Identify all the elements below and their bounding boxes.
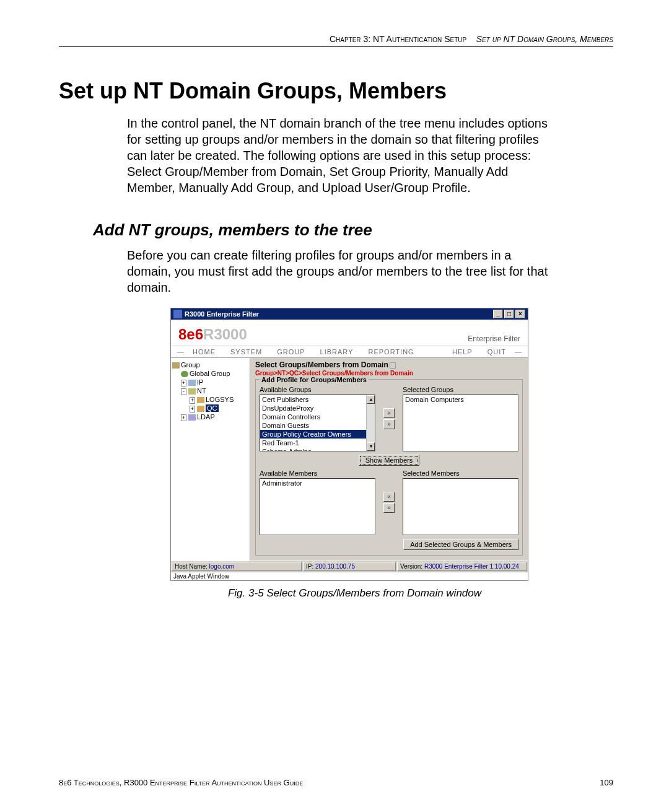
- window-app-icon: [173, 310, 182, 318]
- tree-node-icon: [197, 406, 204, 412]
- add-selected-button[interactable]: Add Selected Groups & Members: [403, 539, 518, 550]
- menu-system[interactable]: SYSTEM: [223, 346, 269, 357]
- list-item[interactable]: DnsUpdateProxy: [260, 404, 375, 413]
- window-maximize-button[interactable]: □: [504, 310, 514, 318]
- move-right-button-2[interactable]: »: [383, 503, 395, 513]
- selected-groups-listbox[interactable]: Domain Computers: [403, 395, 518, 452]
- tree-item-label: NT: [197, 387, 206, 395]
- popout-icon[interactable]: [390, 362, 396, 369]
- menu-library[interactable]: LIBRARY: [313, 346, 361, 357]
- tree-expander-icon[interactable]: +: [190, 397, 195, 404]
- tree-item-label: Global Group: [190, 370, 230, 377]
- section-intro: Before you can create filtering profiles…: [127, 247, 554, 295]
- banner: 8e6R3000 Enterprise Filter: [171, 320, 528, 346]
- status-host-key: Host Name:: [175, 563, 208, 570]
- menu-divider-right: —: [514, 346, 523, 357]
- page-footer: 8e6 Technologies, R3000 Enterprise Filte…: [59, 778, 613, 787]
- move-left-button-2[interactable]: «: [383, 492, 395, 502]
- menu-reporting[interactable]: REPORTING: [361, 346, 421, 357]
- scrollbar[interactable]: ▴ ▾: [366, 395, 375, 451]
- available-members-label: Available Members: [260, 469, 375, 477]
- list-item[interactable]: Group Policy Creator Owners: [260, 430, 375, 439]
- brand-label: Enterprise Filter: [468, 334, 520, 343]
- footer-page-number: 109: [600, 778, 613, 787]
- tree-item[interactable]: +LDAP: [172, 413, 248, 421]
- tree-item[interactable]: +QC: [172, 404, 248, 413]
- tree-expander-icon[interactable]: -: [181, 388, 186, 395]
- window-titlebar: R3000 Enterprise Filter _ □ ×: [171, 308, 528, 320]
- list-item[interactable]: Red Team-1: [260, 439, 375, 447]
- logo-accent: 8e6: [178, 326, 203, 343]
- tree-item[interactable]: -NT: [172, 386, 248, 395]
- window-title: R3000 Enterprise Filter: [185, 310, 492, 318]
- available-groups-listbox[interactable]: Cert PublishersDnsUpdateProxyDomain Cont…: [260, 395, 375, 452]
- scroll-up-icon[interactable]: ▴: [367, 395, 375, 404]
- status-version: Version: R3000 Enterprise Filter 1.10.00…: [397, 562, 527, 571]
- window-minimize-button[interactable]: _: [493, 310, 503, 318]
- panel-title: Select Groups/Members from Domain: [255, 360, 523, 369]
- tree-node-icon: [188, 388, 196, 395]
- screenshot-window: R3000 Enterprise Filter _ □ × 8e6R3000 E…: [170, 308, 528, 581]
- section-subhead: Add NT groups, members to the tree: [93, 220, 613, 240]
- available-groups-label: Available Groups: [260, 386, 375, 393]
- tree-item-label: IP: [197, 378, 203, 386]
- menu-help[interactable]: HELP: [445, 346, 480, 357]
- list-item[interactable]: Domain Guests: [260, 421, 375, 430]
- tree-node-icon: [188, 380, 196, 386]
- list-item[interactable]: Domain Computers: [403, 395, 518, 404]
- logo-rest: R3000: [203, 326, 247, 343]
- status-ip-value: 200.10.100.75: [315, 563, 355, 570]
- menu-quit[interactable]: QUIT: [480, 346, 514, 357]
- figure-caption: Fig. 3-5 Select Groups/Members from Doma…: [96, 587, 613, 600]
- panel-title-text: Select Groups/Members from Domain: [255, 360, 388, 369]
- menu-group[interactable]: GROUP: [269, 346, 312, 357]
- list-item[interactable]: Domain Controllers: [260, 413, 375, 421]
- group-icon: [172, 362, 180, 369]
- tree-root[interactable]: Group: [172, 360, 248, 369]
- tree-item-label: LDAP: [197, 413, 215, 421]
- tree-item[interactable]: +LOGSYS: [172, 395, 248, 404]
- menu-home[interactable]: HOME: [185, 346, 223, 357]
- tree-item-label: QC: [206, 404, 219, 412]
- intro-paragraph: In the control panel, the NT domain bran…: [127, 115, 554, 196]
- tree-expander-icon[interactable]: +: [190, 406, 195, 413]
- page-title: Set up NT Domain Groups, Members: [59, 78, 613, 104]
- list-item[interactable]: Schema Admins: [260, 447, 375, 452]
- fieldset-legend: Add Profile for Groups/Members: [260, 376, 369, 383]
- tree-item[interactable]: Global Group: [172, 369, 248, 378]
- status-ver-value: R3000 Enterprise Filter 1.10.00.24: [424, 563, 519, 570]
- selected-members-label: Selected Members: [403, 469, 518, 477]
- add-profile-fieldset: Add Profile for Groups/Members Available…: [255, 379, 523, 556]
- product-logo: 8e6R3000: [178, 326, 468, 343]
- window-close-button[interactable]: ×: [515, 310, 525, 318]
- tree-node-icon: [188, 414, 196, 421]
- tree-node-icon: [197, 397, 204, 403]
- chapter-header: Chapter 3: NT Authentication Setup Set u…: [59, 34, 613, 47]
- status-host-value: logo.com: [209, 563, 235, 570]
- selected-groups-label: Selected Groups: [403, 386, 518, 393]
- tree-expander-icon[interactable]: +: [181, 380, 186, 386]
- tree-item[interactable]: +IP: [172, 378, 248, 386]
- tree-expander-icon[interactable]: +: [181, 414, 186, 421]
- show-members-button[interactable]: Show Members: [359, 455, 419, 466]
- chapter-header-left: Chapter 3: NT Authentication Setup: [330, 34, 466, 44]
- status-bar: Host Name: logo.com IP: 200.10.100.75 Ve…: [171, 561, 528, 572]
- selected-members-listbox[interactable]: [403, 478, 518, 535]
- scroll-down-icon[interactable]: ▾: [367, 442, 375, 451]
- move-right-button[interactable]: »: [383, 419, 395, 429]
- status-ver-key: Version:: [400, 563, 422, 570]
- menu-divider-left: —: [176, 346, 185, 357]
- footer-left: 8e6 Technologies, R3000 Enterprise Filte…: [59, 778, 600, 787]
- menu-bar: — HOME SYSTEM GROUP LIBRARY REPORTING HE…: [171, 346, 528, 358]
- list-item[interactable]: Administrator: [260, 479, 375, 487]
- applet-message: Java Applet Window: [171, 572, 528, 580]
- available-members-listbox[interactable]: Administrator: [260, 478, 375, 535]
- tree-panel: Group Global Group+IP-NT+LOGSYS+QC+LDAP: [171, 358, 250, 561]
- tree-node-icon: [181, 371, 188, 377]
- tree-root-label: Group: [181, 361, 200, 369]
- status-ip: IP: 200.10.100.75: [303, 562, 396, 571]
- list-item[interactable]: Cert Publishers: [260, 395, 375, 404]
- move-left-button[interactable]: «: [383, 408, 395, 418]
- status-hostname: Host Name: logo.com: [172, 562, 302, 571]
- main-panel: Select Groups/Members from Domain Group>…: [250, 358, 528, 561]
